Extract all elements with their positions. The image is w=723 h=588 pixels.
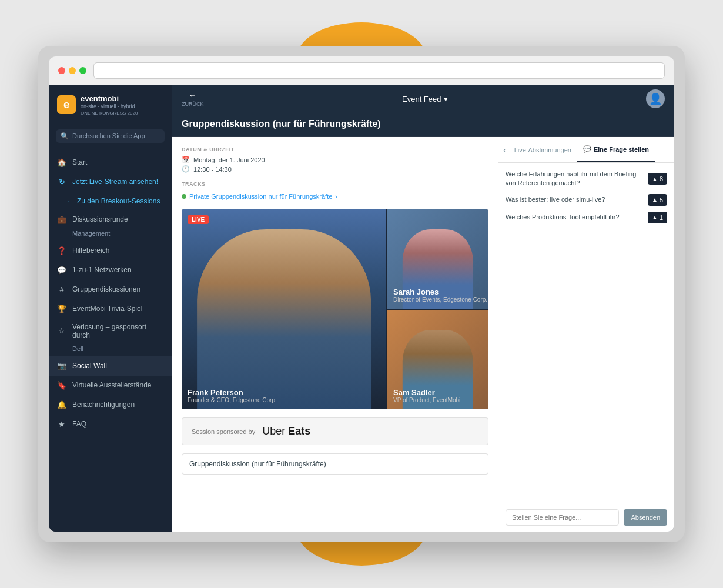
side-speaker-1-title: Director of Events, Edgestone Corp. — [393, 296, 487, 303]
sidebar-label-socialwall: Social Wall — [72, 362, 107, 370]
session-time: 12:30 - 14:30 — [193, 166, 232, 173]
event-feed-label: Event Feed — [402, 95, 441, 103]
livestream-icon: ↻ — [57, 178, 66, 186]
logo-icon: e — [57, 95, 76, 114]
eats-text: Eats — [288, 425, 310, 437]
sidebar-item-start[interactable]: 🏠 Start — [49, 153, 172, 172]
clock-icon: 🕐 — [182, 165, 190, 173]
sidebar-label-verlosung: Verlosung – gesponsort durch — [72, 323, 163, 339]
close-button[interactable] — [58, 67, 65, 74]
question-item-3: Welches Produktions-Tool empfehlt ihr? ▲… — [506, 212, 667, 223]
logo-badge: ONLINE KONGRESS 2020 — [81, 111, 138, 116]
maximize-button[interactable] — [79, 67, 86, 74]
side-speakers: Sarah Jones Director of Events, Edgeston… — [386, 209, 488, 409]
sidebar-item-netzwerken[interactable]: 💬 1-zu-1 Netzwerken — [49, 260, 172, 280]
side-speaker-2-title: VP of Product, EventMobi — [393, 397, 460, 403]
date-time-section: DATUM & UHRZEIT 📅 Montag, der 1. Juni 20… — [182, 146, 488, 173]
side-speaker-2-video: Sam Sadler VP of Product, EventMobi — [386, 309, 488, 409]
session-description: Gruppendiskussion (nur für Führungskräft… — [182, 453, 488, 475]
qa-tabs: ‹ Live-Abstimmungen 💬 Eine Frage stellen — [498, 137, 674, 163]
address-bar[interactable] — [93, 62, 665, 79]
submit-question-button[interactable]: Absenden — [624, 509, 667, 526]
tab-live-voting[interactable]: Live-Abstimmungen — [508, 137, 577, 162]
traffic-lights — [58, 67, 86, 74]
sponsored-label: Session sponsored by — [192, 428, 255, 435]
upvote-arrow-icon-2: ▲ — [652, 196, 658, 203]
sidebar-item-trivia[interactable]: 🏆 EventMobi Trivia-Spiel — [49, 299, 172, 319]
back-button[interactable]: ← ZURÜCK — [182, 91, 204, 107]
sidebar-label-aussteller: Virtuelle Ausstellerstände — [72, 381, 152, 389]
search-placeholder[interactable]: Durchsuchen Sie die App — [72, 132, 145, 139]
vote-button-1[interactable]: ▲ 8 — [648, 173, 667, 185]
sidebar-item-livestream[interactable]: ↻ Jetzt Live-Stream ansehen! — [49, 172, 172, 192]
sidebar-label-benachricht: Benachrichtigungen — [72, 400, 135, 409]
date-label: DATUM & UHRZEIT — [182, 146, 488, 152]
dropdown-arrow-icon: ▾ — [444, 95, 448, 103]
uber-text: Uber — [262, 425, 288, 437]
bookmark-icon: 🔖 — [57, 381, 66, 390]
sidebar-item-socialwall[interactable]: 📷 Social Wall — [49, 356, 172, 376]
video-grid: Frank Peterson Founder & CEO, Edgestone … — [182, 209, 488, 409]
sidebar-label-netzwerken: 1-zu-1 Netzwerken — [72, 266, 132, 274]
browser-window: e eventmobi on-site · virtuell · hybrid … — [38, 46, 685, 542]
tab-ask-question[interactable]: 💬 Eine Frage stellen — [577, 137, 655, 162]
sidebar-item-faq[interactable]: ★ FAQ — [49, 415, 172, 434]
browser-body: e eventmobi on-site · virtuell · hybrid … — [49, 85, 674, 532]
sidebar-item-breakout[interactable]: → Zu den Breakout-Sessions — [49, 192, 172, 211]
session-title-bar: Gruppendiskussion (nur für Führungskräft… — [172, 113, 674, 137]
vote-button-2[interactable]: ▲ 5 — [648, 194, 667, 206]
vote-button-3[interactable]: ▲ 1 — [648, 212, 667, 223]
top-bar: ← ZURÜCK Event Feed ▾ 👤 — [172, 85, 674, 113]
bell-icon: 🔔 — [57, 400, 66, 409]
avatar-placeholder: 👤 — [649, 92, 662, 105]
sidebar-label-livestream: Jetzt Live-Stream ansehen! — [72, 178, 158, 186]
upvote-arrow-icon-1: ▲ — [652, 176, 658, 182]
sidebar-item-verlosung[interactable]: ☆ Verlosung – gesponsort durch Dell — [49, 319, 172, 356]
question-text-3: Welches Produktions-Tool empfehlt ihr? — [506, 213, 643, 222]
sponsor-logo: Uber Eats — [262, 425, 310, 437]
sidebar-label-hilfe: Hilfebereich — [72, 246, 109, 255]
qa-back-button[interactable]: ‹ — [503, 145, 506, 155]
sidebar-label-diskussion2: Management — [57, 230, 110, 237]
sidebar-item-benachricht[interactable]: 🔔 Benachrichtigungen — [49, 395, 172, 415]
calendar-icon: 📅 — [182, 156, 190, 163]
session-panel: DATUM & UHRZEIT 📅 Montag, der 1. Juni 20… — [172, 137, 498, 532]
vote-count-1: 8 — [660, 175, 663, 182]
home-icon: 🏠 — [57, 158, 66, 167]
sidebar-item-diskussion[interactable]: 💼 Diskussionsrunde Management — [49, 211, 172, 241]
question-text-1: Welche Erfahrungen habt ihr mit dem Brie… — [506, 170, 643, 188]
question-input[interactable] — [506, 509, 619, 526]
main-content: ← ZURÜCK Event Feed ▾ 👤 Gruppendiskussio… — [172, 85, 674, 532]
ask-question-label: Eine Frage stellen — [594, 146, 649, 153]
logo-subtitle: on-site · virtuell · hybrid — [81, 103, 138, 109]
avatar[interactable]: 👤 — [646, 89, 665, 108]
video-container: LIVE Frank Peterson Founder & CEO, Edges… — [182, 209, 488, 409]
hash-icon: # — [57, 285, 66, 294]
sidebar-item-gruppen[interactable]: # Gruppendiskussionen — [49, 280, 172, 299]
side-speaker-1-video: Sarah Jones Director of Events, Edgeston… — [386, 209, 488, 309]
event-feed-button[interactable]: Event Feed ▾ — [402, 95, 448, 103]
main-speaker-title: Founder & CEO, Edgestone Corp. — [188, 397, 277, 403]
session-sponsored: Session sponsored by Uber Eats — [182, 417, 488, 445]
question-item-1: Welche Erfahrungen habt ihr mit dem Brie… — [506, 170, 667, 188]
qa-panel: ‹ Live-Abstimmungen 💬 Eine Frage stellen — [498, 137, 674, 532]
qa-footer: Absenden — [498, 503, 674, 532]
sidebar-item-hilfe[interactable]: ❓ Hilfebereich — [49, 241, 172, 260]
help-icon: ❓ — [57, 246, 66, 255]
logo-name: eventmobi — [81, 94, 138, 103]
minimize-button[interactable] — [69, 67, 76, 74]
live-badge: LIVE — [188, 215, 209, 224]
browser-chrome — [49, 56, 674, 85]
vote-count-3: 1 — [660, 214, 663, 221]
vote-count-2: 5 — [660, 196, 663, 203]
sidebar-label-verlosung2: Dell — [57, 345, 83, 352]
sidebar-label-start: Start — [72, 158, 87, 166]
sidebar-label-trivia: EventMobi Trivia-Spiel — [72, 305, 142, 313]
sidebar-item-aussteller[interactable]: 🔖 Virtuelle Ausstellerstände — [49, 376, 172, 395]
sidebar-label-faq: FAQ — [72, 420, 86, 428]
track-badge[interactable]: Private Gruppendiskussion nur für Führun… — [182, 193, 337, 200]
tracks-label: TRACKS — [182, 181, 488, 187]
sidebar-search: 🔍 Durchsuchen Sie die App — [49, 123, 172, 149]
main-speaker-video: Frank Peterson Founder & CEO, Edgestone … — [182, 209, 386, 409]
live-voting-label: Live-Abstimmungen — [514, 146, 571, 153]
